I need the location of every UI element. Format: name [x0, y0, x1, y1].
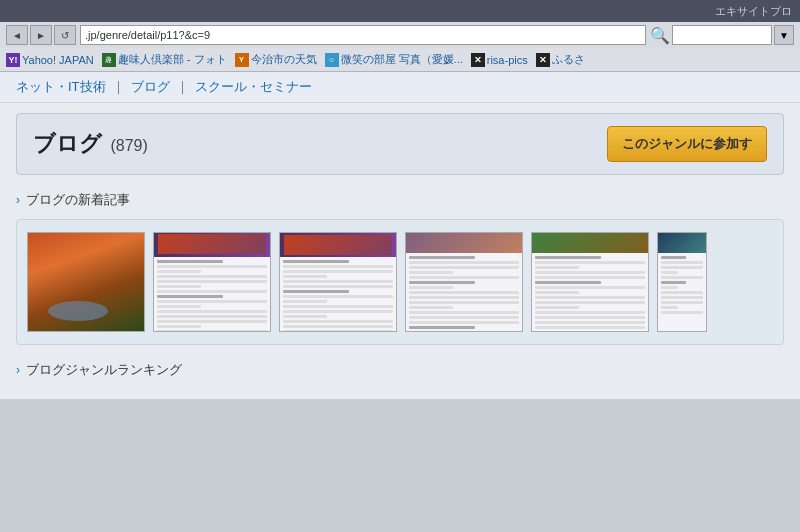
wp-line	[157, 300, 267, 303]
bookmark-smile[interactable]: ☺ 微笑の部屋 写真（愛媛...	[325, 52, 463, 67]
sub-nav-blog[interactable]: ブログ	[131, 78, 170, 96]
title-bar: エキサイトブロ	[0, 0, 800, 22]
wp-line	[157, 285, 201, 288]
wp-body-4	[532, 253, 648, 332]
thumbnail-5-partial[interactable]	[657, 232, 707, 332]
wp-line	[157, 305, 201, 308]
back-button[interactable]: ◄	[6, 25, 28, 45]
wp-line	[661, 271, 678, 274]
wp-line	[409, 316, 519, 319]
wp-header-1	[154, 233, 270, 257]
wp-line	[157, 325, 201, 328]
pond-element	[48, 301, 108, 321]
wp-line	[535, 271, 645, 274]
search-input[interactable]	[672, 25, 772, 45]
wp-line	[409, 321, 519, 324]
wp-line	[283, 290, 349, 293]
wp-line	[283, 310, 393, 313]
wp-line	[157, 270, 201, 273]
thumbnail-0[interactable]	[27, 232, 145, 332]
bookmark-weather[interactable]: Y 今治市の天気	[235, 52, 317, 67]
title-bar-text: エキサイトブロ	[8, 4, 792, 19]
search-area: 🔍 ▼	[650, 25, 794, 45]
wp-line	[283, 325, 393, 328]
address-bar-row: ◄ ► ↺ .jp/genre/detail/p11?&c=9 🔍 ▼	[0, 22, 800, 48]
wp-line	[409, 296, 519, 299]
wp-line	[409, 276, 519, 279]
wp-line	[661, 261, 703, 264]
sub-nav-sep-1: ｜	[112, 78, 125, 96]
wp-img-3	[406, 233, 522, 253]
ranking-title: ブログジャンルランキング	[26, 361, 182, 379]
wp-img-1	[158, 234, 266, 254]
weather-icon: Y	[235, 53, 249, 67]
ranking-header: › ブログジャンルランキング	[16, 361, 784, 379]
bookmark-label: risa-pics	[487, 54, 528, 66]
wp-line	[409, 286, 453, 289]
wp-line	[535, 331, 601, 332]
yahoo-icon: Y!	[6, 53, 20, 67]
bookmark-hobby[interactable]: 趣 趣味人倶楽部 - フォト	[102, 52, 227, 67]
thumbnail-1[interactable]	[153, 232, 271, 332]
thumbnail-2[interactable]	[279, 232, 397, 332]
wp-line	[409, 266, 519, 269]
address-bar[interactable]: .jp/genre/detail/p11?&c=9	[80, 25, 646, 45]
refresh-button[interactable]: ↺	[54, 25, 76, 45]
ranking-section: › ブログジャンルランキング	[16, 361, 784, 379]
furusato-icon: ✕	[536, 53, 550, 67]
wp-line	[283, 285, 393, 288]
wp-line	[661, 296, 703, 299]
thumbnail-3[interactable]	[405, 232, 523, 332]
wp-line	[661, 266, 703, 269]
wp-line	[661, 291, 703, 294]
wp-line	[283, 260, 349, 263]
sub-nav-it[interactable]: ネット・IT技術	[16, 78, 106, 96]
risa-icon: ✕	[471, 53, 485, 67]
search-icon: 🔍	[650, 26, 670, 45]
wp-line	[283, 330, 393, 332]
wp-line	[535, 256, 601, 259]
bookmark-label: 微笑の部屋 写真（愛媛...	[341, 52, 463, 67]
wp-img-4	[532, 233, 648, 253]
page-content: ネット・IT技術 ｜ ブログ ｜ スクール・セミナー ブログ (879) このジ…	[0, 72, 800, 399]
wp-line	[535, 291, 579, 294]
bookmark-yahoo[interactable]: Y! Yahoo! JAPAN	[6, 53, 94, 67]
wp-line	[157, 260, 223, 263]
wp-line	[283, 270, 393, 273]
wp-line	[535, 286, 645, 289]
wp-line	[661, 276, 703, 279]
wp-line	[535, 326, 645, 329]
wp-body-5	[658, 253, 706, 317]
wp-line	[535, 261, 645, 264]
wp-line	[409, 331, 519, 332]
wp-img-5	[658, 233, 706, 253]
nav-buttons: ◄ ► ↺	[6, 25, 76, 45]
join-button[interactable]: このジャンルに参加す	[607, 126, 767, 162]
wp-line	[157, 315, 267, 318]
forward-button[interactable]: ►	[30, 25, 52, 45]
wp-line	[661, 301, 703, 304]
wp-line	[535, 321, 645, 324]
bookmark-risa[interactable]: ✕ risa-pics	[471, 53, 528, 67]
sub-nav-school[interactable]: スクール・セミナー	[195, 78, 312, 96]
bookmark-furusato[interactable]: ✕ ふるさ	[536, 52, 585, 67]
wp-img-2	[284, 235, 392, 255]
wp-line	[535, 301, 645, 304]
thumbnails-strip	[16, 219, 784, 345]
wp-line	[283, 275, 327, 278]
sub-nav: ネット・IT技術 ｜ ブログ ｜ スクール・セミナー	[0, 72, 800, 103]
thumbnail-4[interactable]	[531, 232, 649, 332]
wp-line	[535, 311, 645, 314]
wp-line	[157, 330, 267, 332]
wp-line	[661, 311, 703, 314]
wp-line	[157, 265, 267, 268]
search-button[interactable]: ▼	[774, 25, 794, 45]
wp-line	[409, 271, 453, 274]
wp-body-2	[280, 257, 396, 332]
wp-line	[283, 320, 393, 323]
wp-line	[283, 300, 327, 303]
wp-line	[661, 286, 678, 289]
wp-line	[157, 280, 267, 283]
wp-line	[157, 275, 267, 278]
wp-line	[157, 320, 267, 323]
